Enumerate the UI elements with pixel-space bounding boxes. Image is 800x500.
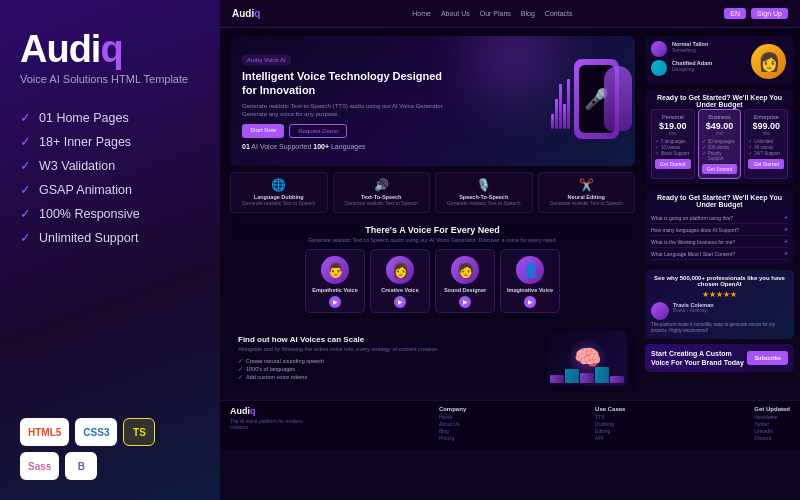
feature-item: ✓ GSAP Animation — [20, 182, 200, 197]
dubbing-icon: 🌐 — [236, 178, 322, 192]
feature-card-editing: ✂️ Neural Editing Generate realistic Tex… — [538, 172, 636, 213]
ai-scale-section: Find out how AI Voices can Scale Alongsi… — [230, 325, 635, 392]
voice-card-designer: 🧑 Sound Designer ▶ — [435, 249, 495, 313]
ai-scale-left: Find out how AI Voices can Scale Alongsi… — [238, 335, 539, 382]
brand-subtitle: Voice AI Solutions HTML Template — [20, 72, 200, 86]
ai-scale-description: Alongside and by following the active vo… — [238, 346, 539, 354]
footer-link[interactable]: LinkedIn — [754, 428, 790, 434]
faq-question: What is the Working business for me? — [651, 239, 735, 245]
avatar — [651, 41, 667, 57]
ai-scale-visual: 🧠 — [547, 331, 627, 386]
cta-title: Start Creating A Custom Voice For Your B… — [651, 349, 747, 367]
play-button[interactable]: ▶ — [524, 296, 536, 308]
footer-link[interactable]: Home — [439, 414, 466, 420]
footer-link[interactable]: Discord — [754, 435, 790, 441]
left-panel: Audiq Voice AI Solutions HTML Template ✓… — [0, 0, 220, 500]
faq-toggle[interactable]: + — [784, 250, 788, 257]
footer-updated-col: Get Updated Newsletter Twitter LinkedIn … — [754, 406, 790, 445]
designer-name: Sound Designer — [440, 287, 490, 293]
plan-period: /mo — [748, 131, 784, 136]
footer-link[interactable]: API — [595, 435, 625, 441]
plan-button[interactable]: Get Started — [655, 159, 691, 169]
nav-buttons: EN Sign Up — [724, 8, 788, 19]
reviewer: Travis Coleman Brand + Anthony — [651, 302, 788, 320]
footer-link[interactable]: TTS — [595, 414, 625, 420]
footer-link[interactable]: Editing — [595, 428, 625, 434]
cta-section: Start Creating A Custom Voice For Your B… — [645, 344, 794, 372]
feature-item: ✓ W3 Validation — [20, 158, 200, 173]
voice-card-empathetic: 👨 Empathetic Voice ▶ — [305, 249, 365, 313]
feature-item: ✓ 18+ Inner Pages — [20, 134, 200, 149]
plan-price: $49.00 — [702, 121, 738, 131]
price-feature: Basic Support — [655, 151, 691, 156]
plan-price: $99.00 — [748, 121, 784, 131]
sts-icon: 🎙️ — [441, 178, 527, 192]
voice-card-imaginative: 👤 Imaginative Voice ▶ — [500, 249, 560, 313]
footer-link[interactable]: Pricing — [439, 435, 466, 441]
plan-price: $19.00 — [655, 121, 691, 131]
check-icon: ✓ — [20, 182, 31, 197]
business-plan: Business $49.00 /mo 50 languages 100 voi… — [698, 109, 742, 179]
faq-toggle[interactable]: + — [784, 238, 788, 245]
js-badge: TS — [123, 418, 155, 446]
hero-text-block: Audiq Voice AI Intelligent Voice Technol… — [242, 48, 452, 150]
price-feature: All voices — [748, 145, 784, 150]
testimonials-section: Normal Tallon Something Chatified Adam D… — [645, 36, 794, 84]
features-list: ✓ 01 Home Pages ✓ 18+ Inner Pages ✓ W3 V… — [20, 110, 200, 245]
reviewer-info: Travis Coleman Brand + Anthony — [673, 302, 788, 320]
footer-link[interactable]: Newsletter — [754, 414, 790, 420]
css-badge: CSS3 — [75, 418, 117, 446]
avatar — [651, 60, 667, 76]
plan-features: Unlimited All voices 24/7 Support — [748, 139, 784, 156]
stars: ★★★★★ — [651, 290, 788, 299]
start-now-button[interactable]: Start Now — [242, 124, 284, 138]
price-feature: 10 voices — [655, 145, 691, 150]
tts-icon: 🔊 — [339, 178, 425, 192]
footer-link[interactable]: About Us — [439, 421, 466, 427]
lang-button[interactable]: EN — [724, 8, 746, 19]
creative-avatar: 👩 — [386, 256, 414, 284]
faq-item: What is going on platform using this? + — [651, 212, 788, 224]
brand-name-text: Audi — [20, 28, 100, 70]
personal-plan: Personal $19.00 /mo 5 languages 10 voice… — [651, 109, 695, 179]
voice-cards: 👨 Empathetic Voice ▶ 👩 Creative Voice ▶ … — [238, 249, 627, 313]
plan-tier: Enterprise — [748, 114, 784, 120]
faq-title: Ready to Get Started? We'll Keep You Und… — [651, 194, 788, 208]
right-panel: Audiq Home About Us Our Plans Blog Conta… — [220, 0, 800, 500]
bootstrap-badge: B — [65, 452, 97, 480]
plan-features: 5 languages 10 voices Basic Support — [655, 139, 691, 156]
signup-button[interactable]: Sign Up — [751, 8, 788, 19]
tech-badges: HTML5 CSS3 TS Sass B — [20, 418, 200, 480]
hero-title: Intelligent Voice Technology Designed fo… — [242, 69, 452, 98]
feature-card-dubbing: 🌐 Language Dubbing Generate realistic Te… — [230, 172, 328, 213]
faq-toggle[interactable]: + — [784, 214, 788, 221]
pricing-cards: Personal $19.00 /mo 5 languages 10 voice… — [651, 109, 788, 179]
reviewer-role: Designing — [672, 66, 712, 72]
faq-section: Ready to Get Started? We'll Keep You Und… — [645, 189, 794, 265]
play-button[interactable]: ▶ — [329, 296, 341, 308]
features-row: 🌐 Language Dubbing Generate realistic Te… — [230, 172, 635, 213]
footer-link[interactable]: Twitter — [754, 421, 790, 427]
request-demo-button[interactable]: Request Demo — [289, 124, 347, 138]
faq-toggle[interactable]: + — [784, 226, 788, 233]
play-button[interactable]: ▶ — [459, 296, 471, 308]
ai-list-item: Add custom voice tokens — [238, 373, 539, 380]
footer-link[interactable]: Blog — [439, 428, 466, 434]
footer-link[interactable]: Dubbing — [595, 421, 625, 427]
check-icon: ✓ — [20, 230, 31, 245]
play-button[interactable]: ▶ — [394, 296, 406, 308]
plan-period: /mo — [702, 131, 738, 136]
creative-name: Creative Voice — [375, 287, 425, 293]
reviewer-role: Brand + Anthony — [673, 308, 788, 313]
faq-question: What is going on platform using this? — [651, 215, 733, 221]
cta-subscribe-button[interactable]: Subscribe — [747, 351, 788, 365]
footer-description: The AI voice platform for modern creator… — [230, 418, 310, 431]
feature-sublabel: Generate realistic Text to Speech — [544, 200, 630, 207]
plan-button[interactable]: Get Started — [748, 159, 784, 169]
footer-logo: Audiq — [230, 406, 310, 416]
plan-button[interactable]: Get Started — [702, 164, 738, 174]
ai-scale-title: Find out how AI Voices can Scale — [238, 335, 539, 344]
faq-item: What is the Working business for me? + — [651, 236, 788, 248]
feature-item: ✓ 01 Home Pages — [20, 110, 200, 125]
brand-section: Audiq Voice AI Solutions HTML Template — [20, 30, 200, 86]
